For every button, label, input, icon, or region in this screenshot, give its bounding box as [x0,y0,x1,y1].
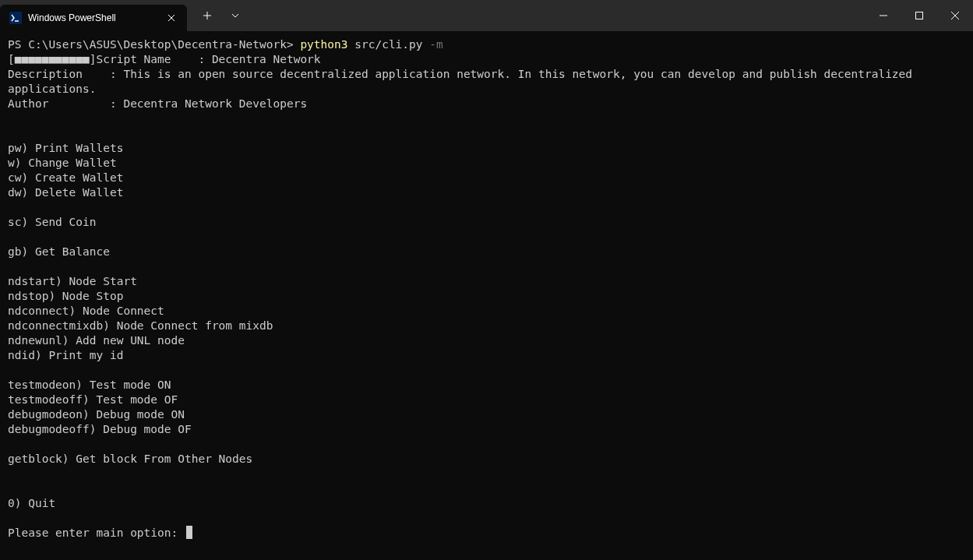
menu-ndconnect: ndconnect) Node Connect [8,305,164,317]
menu-gb: gb) Get Balance [8,245,110,258]
input-prompt: Please enter main option: [8,527,185,539]
new-tab-button[interactable] [196,5,218,26]
terminal-content[interactable]: PS C:\Users\ASUS\Desktop\Decentra-Networ… [0,31,973,547]
menu-ndnewunl: ndnewunl) Add new UNL node [8,334,185,347]
menu-ndstop: ndstop) Node Stop [8,290,123,302]
menu-debugmodeon: debugmodeon) Debug mode ON [8,408,185,421]
svg-rect-0 [916,12,923,19]
menu-ndstart: ndstart) Node Start [8,275,137,287]
window-controls [865,0,973,31]
menu-sc: sc) Send Coin [8,216,97,228]
prompt-path: PS C:\Users\ASUS\Desktop\Decentra-Networ… [8,38,300,51]
menu-dw: dw) Delete Wallet [8,186,123,199]
tab-dropdown-button[interactable] [224,5,246,26]
tab-title: Windows PowerShell [28,12,159,23]
menu-debugmodeoff: debugmodeoff) Debug mode OF [8,423,192,435]
powershell-icon [9,12,22,24]
menu-getblock: getblock) Get block From Other Nodes [8,453,252,465]
minimize-button[interactable] [865,0,901,31]
menu-quit: 0) Quit [8,497,55,509]
tabs-area: Windows PowerShell [0,0,246,31]
titlebar: Windows PowerShell [0,0,973,31]
close-button[interactable] [937,0,973,31]
menu-testmodeon: testmodeon) Test mode ON [8,379,171,391]
output-header: [■■■■■■■■■■■]Script Name : Decentra Netw… [8,53,321,65]
menu-testmodeoff: testmodeoff) Test mode OF [8,393,178,406]
output-author: Author : Decentra Network Developers [8,97,307,110]
menu-w: w) Change Wallet [8,157,117,169]
menu-pw: pw) Print Wallets [8,142,123,154]
command-script: src/cli.py [348,38,430,51]
menu-cw: cw) Create Wallet [8,171,123,184]
command-python: python3 [300,38,347,51]
output-description: Description : This is an open source dec… [8,68,919,95]
tab-close-button[interactable] [165,12,178,24]
command-flag: -m [429,38,442,51]
menu-ndid: ndid) Print my id [8,349,123,361]
menu-ndconnectmixdb: ndconnectmixdb) Node Connect from mixdb [8,319,273,332]
cursor [186,526,192,539]
maximize-button[interactable] [901,0,937,31]
tab-powershell[interactable]: Windows PowerShell [0,5,187,31]
